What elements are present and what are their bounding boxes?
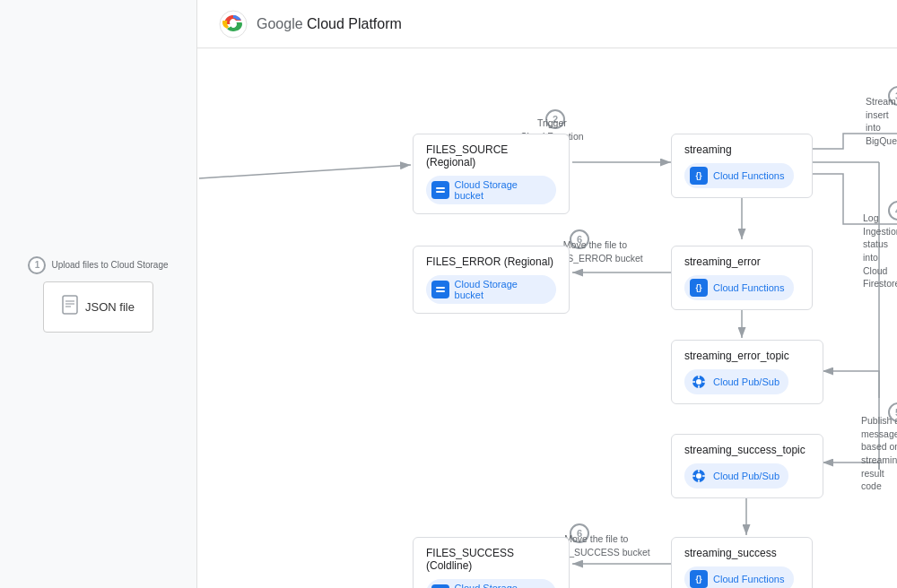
files-error-box: FILES_ERROR (Regional) Cloud Storage buc… — [413, 246, 570, 314]
svg-rect-18 — [436, 187, 445, 189]
diagram-canvas: 2 TriggerCloud Function 3 Stream inserti… — [197, 48, 897, 588]
files-source-box: FILES_SOURCE (Regional) Cloud Storage bu… — [413, 134, 570, 214]
streaming-error-title: streaming_error — [684, 255, 799, 268]
streaming-error-badge-label: Cloud Functions — [713, 282, 785, 293]
files-source-title: FILES_SOURCE (Regional) — [426, 143, 556, 169]
svg-rect-23 — [436, 287, 445, 289]
streaming-success-topic-title: streaming_success_topic — [684, 444, 810, 456]
step-5-label: Publish a messagebased on streamingresul… — [861, 414, 897, 493]
files-success-badge: Cloud Storage bucket — [426, 579, 556, 588]
streaming-success-topic-box: streaming_success_topic Cloud Pub/Sub — [671, 434, 823, 498]
functions-icon-2: {} — [690, 279, 708, 297]
svg-rect-22 — [434, 283, 447, 296]
streaming-success-badge: {} Cloud Functions — [684, 566, 794, 588]
storage-icon-3 — [431, 584, 449, 588]
functions-icon-1: {} — [690, 167, 708, 185]
files-error-badge: Cloud Storage bucket — [426, 275, 556, 304]
streaming-success-title: streaming_success — [684, 547, 799, 559]
files-success-title: FILES_SUCCESS (Coldline) — [426, 547, 556, 572]
svg-line-7 — [199, 165, 411, 178]
gcp-header: Google Cloud Platform — [197, 0, 897, 48]
google-text: Google — [257, 16, 307, 31]
streaming-success-topic-badge-label: Cloud Pub/Sub — [713, 471, 779, 481]
svg-point-34 — [696, 473, 701, 479]
step-4-label: Log Ingestionstatus intoCloud Firestore — [863, 212, 897, 290]
upload-label: Upload files to Cloud Storage — [51, 259, 168, 272]
streaming-success-badge-label: Cloud Functions — [713, 574, 785, 584]
streaming-error-topic-badge: Cloud Pub/Sub — [684, 369, 788, 394]
streaming-box: streaming {} Cloud Functions — [671, 134, 813, 198]
streaming-badge: {} Cloud Functions — [684, 163, 794, 188]
svg-rect-0 — [63, 296, 77, 314]
storage-icon-2 — [431, 281, 449, 298]
files-success-box: FILES_SUCCESS (Coldline) Cloud Storage b… — [413, 537, 570, 588]
svg-rect-17 — [434, 184, 447, 196]
svg-point-28 — [696, 379, 701, 385]
cloud-platform-text: Cloud Platform — [307, 16, 402, 31]
streaming-success-topic-badge: Cloud Pub/Sub — [684, 463, 788, 489]
files-success-badge-label: Cloud Storage bucket — [455, 583, 547, 588]
streaming-error-badge: {} Cloud Functions — [684, 275, 794, 300]
storage-icon-1 — [431, 181, 449, 199]
gcp-title: Google Cloud Platform — [257, 16, 402, 32]
streaming-title: streaming — [684, 143, 799, 156]
json-file-box: JSON file — [43, 281, 153, 333]
file-label: JSON file — [85, 300, 135, 314]
streaming-error-topic-box: streaming_error_topic Cloud Pub/Sub — [671, 340, 823, 404]
upload-step: 1 Upload files to Cloud Storage JSON fil… — [28, 256, 168, 333]
files-error-badge-label: Cloud Storage bucket — [455, 279, 547, 300]
step-3-label: Stream insertinto BigQuery — [866, 95, 897, 148]
streaming-error-topic-title: streaming_error_topic — [684, 350, 810, 362]
streaming-error-topic-badge-label: Cloud Pub/Sub — [713, 376, 779, 387]
files-source-badge: Cloud Storage bucket — [426, 176, 556, 204]
main-diagram: Google Cloud Platform — [197, 0, 897, 588]
pubsub-icon-1 — [690, 373, 708, 391]
file-icon — [62, 295, 78, 319]
svg-text:{}: {} — [695, 575, 702, 584]
files-source-badge-label: Cloud Storage bucket — [455, 179, 547, 201]
step-1-circle: 1 — [28, 256, 46, 274]
streaming-badge-label: Cloud Functions — [713, 170, 785, 181]
files-error-title: FILES_ERROR (Regional) — [426, 255, 556, 268]
svg-rect-24 — [436, 290, 445, 292]
svg-text:{}: {} — [695, 283, 702, 292]
svg-rect-19 — [436, 191, 445, 193]
gcp-logo-icon — [219, 10, 248, 39]
functions-icon-3: {} — [690, 570, 708, 588]
left-panel: 1 Upload files to Cloud Storage JSON fil… — [0, 0, 197, 588]
svg-text:{}: {} — [695, 171, 702, 180]
streaming-success-box: streaming_success {} Cloud Functions — [671, 537, 813, 588]
streaming-error-box: streaming_error {} Cloud Functions — [671, 246, 813, 310]
pubsub-icon-2 — [690, 467, 708, 485]
